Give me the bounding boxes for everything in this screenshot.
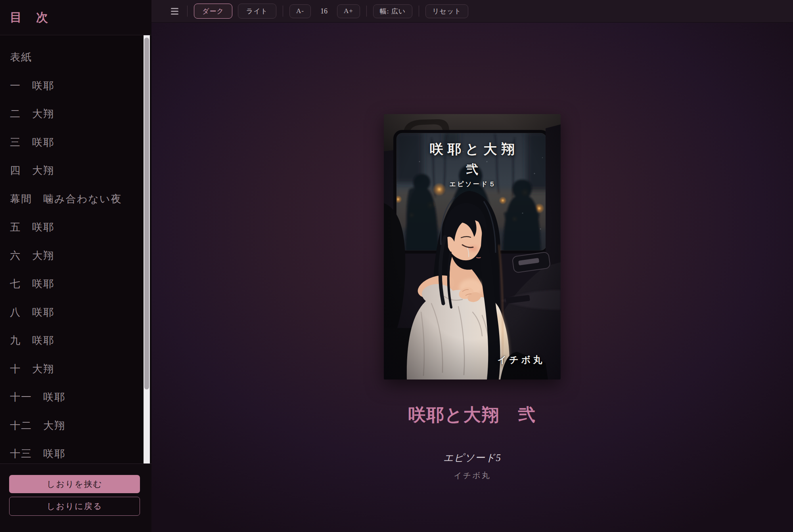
theme-light-button[interactable]: ライト [238, 4, 276, 19]
book-episode: エピソード5 [443, 451, 501, 464]
reader-content: 咲耶と大翔 弐 エピソード５ イチボ丸 咲耶と大翔 弐 エピソード5 イチボ丸 [151, 23, 793, 532]
ebook-reader-app: 目 次 表紙一 咲耶二 大翔三 咲耶四 大翔幕間 噛み合わない夜五 咲耶六 大翔… [0, 0, 793, 532]
hamburger-icon [171, 8, 178, 15]
reader-main: ダーク ライト A- 16 A+ 幅: 広い リセット [151, 0, 793, 532]
toc-item[interactable]: 八 咲耶 [10, 298, 134, 327]
toc-item[interactable]: 十一 咲耶 [10, 383, 134, 412]
theme-dark-button[interactable]: ダーク [194, 4, 232, 19]
toc-title: 目 次 [10, 10, 49, 26]
toc-item[interactable]: 十二 大翔 [10, 412, 134, 440]
toolbar-divider [366, 6, 367, 17]
bookmark-panel: しおりを挟む しおりに戻る [0, 463, 151, 532]
toc-item[interactable]: 表紙 [10, 43, 134, 72]
toolbar-divider [283, 6, 283, 17]
toc-item[interactable]: 六 大翔 [10, 242, 134, 270]
toc-list-container: 表紙一 咲耶二 大翔三 咲耶四 大翔幕間 噛み合わない夜五 咲耶六 大翔七 咲耶… [0, 35, 151, 463]
cover-volume: 弐 [384, 161, 561, 178]
toc-list: 表紙一 咲耶二 大翔三 咲耶四 大翔幕間 噛み合わない夜五 咲耶六 大翔七 咲耶… [0, 35, 151, 463]
toc-item[interactable]: 九 咲耶 [10, 326, 134, 355]
toolbar-divider [187, 6, 188, 17]
toc-item[interactable]: 七 咲耶 [10, 270, 134, 298]
cover-author: イチボ丸 [498, 354, 545, 366]
reader-toolbar: ダーク ライト A- 16 A+ 幅: 広い リセット [151, 0, 793, 23]
toc-item[interactable]: 三 咲耶 [10, 128, 134, 157]
width-toggle-button[interactable]: 幅: 広い [373, 4, 412, 18]
book-title: 咲耶と大翔 弐 [408, 403, 536, 427]
bookmark-set-button[interactable]: しおりを挟む [9, 475, 140, 493]
book-cover: 咲耶と大翔 弐 エピソード５ イチボ丸 [384, 114, 561, 379]
toc-item[interactable]: 二 大翔 [10, 100, 134, 128]
cover-episode: エピソード５ [384, 180, 561, 189]
cover-title: 咲耶と大翔 [384, 140, 561, 158]
toc-item[interactable]: 十三 咲耶 [10, 440, 134, 463]
font-decrease-button[interactable]: A- [289, 4, 311, 18]
toolbar-divider [419, 6, 419, 17]
toc-item[interactable]: 四 大翔 [10, 156, 134, 185]
toc-item[interactable]: 五 咲耶 [10, 213, 134, 242]
bookmark-return-button[interactable]: しおりに戻る [9, 497, 140, 516]
menu-toggle-button[interactable] [169, 4, 181, 19]
reset-button[interactable]: リセット [425, 4, 468, 18]
toc-header: 目 次 [0, 0, 151, 35]
toc-scrollbar[interactable] [144, 35, 150, 463]
font-increase-button[interactable]: A+ [337, 4, 360, 18]
toc-item[interactable]: 幕間 噛み合わない夜 [10, 185, 134, 214]
toc-scrollbar-thumb[interactable] [144, 38, 149, 389]
toc-item[interactable]: 一 咲耶 [10, 72, 134, 100]
book-author: イチボ丸 [454, 470, 490, 481]
toc-item[interactable]: 十 大翔 [10, 355, 134, 383]
font-size-value: 16 [320, 7, 328, 15]
toc-sidebar: 目 次 表紙一 咲耶二 大翔三 咲耶四 大翔幕間 噛み合わない夜五 咲耶六 大翔… [0, 0, 151, 532]
